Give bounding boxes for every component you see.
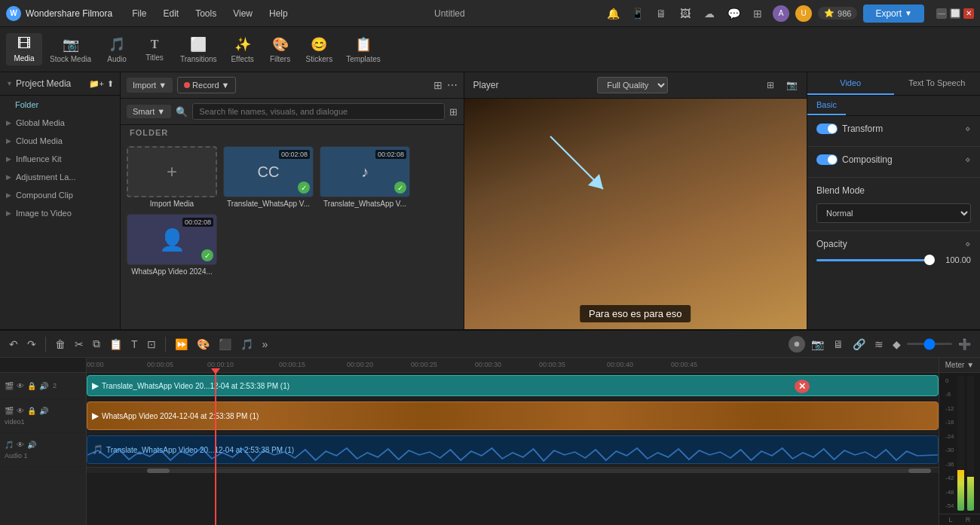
apps-icon[interactable]: ⊞	[749, 5, 767, 23]
toolbar-effects[interactable]: ✨ Effects	[225, 33, 261, 66]
screen-rec-button[interactable]: 🖥	[830, 337, 847, 352]
more-icon[interactable]: ⋯	[447, 79, 458, 91]
audio1-vol-icon[interactable]: 🔊	[27, 441, 36, 449]
opacity-expand-icon[interactable]: ⋄	[965, 239, 971, 249]
menu-view[interactable]: View	[225, 5, 260, 22]
gallery-icon[interactable]: 🖼	[676, 5, 694, 23]
delete-button[interactable]: 🗑	[52, 337, 69, 352]
filter-icon[interactable]: ⊞	[433, 79, 443, 91]
maximize-button[interactable]: ⬜	[950, 8, 960, 19]
undo-button[interactable]: ↶	[6, 337, 21, 352]
zoom-out-button[interactable]: ➕	[955, 337, 974, 352]
compositing-toggle[interactable]	[816, 154, 838, 165]
folder-item[interactable]: Folder	[0, 96, 120, 114]
split-button[interactable]: ✂	[72, 337, 87, 352]
audio-label: Audio	[107, 55, 127, 63]
snap-button[interactable]: 🔗	[850, 337, 868, 352]
delete-clip-button[interactable]: ✕	[795, 380, 810, 393]
menu-tools[interactable]: Tools	[188, 5, 224, 22]
media-item-1[interactable]: CC 00:02:08 ✓ Translate_WhatsApp V...	[223, 146, 314, 208]
toolbar-media[interactable]: 🎞 Media	[6, 33, 42, 66]
tab-text-to-speech[interactable]: Text To Speech	[894, 72, 981, 95]
toolbar-filters[interactable]: 🎨 Filters	[262, 33, 299, 66]
redo-button[interactable]: ↷	[24, 337, 39, 352]
scroll-left-thumb	[147, 469, 170, 473]
grid-icon[interactable]: ⊞	[449, 106, 458, 118]
toolbar-audio[interactable]: 🎵 Audio	[99, 33, 135, 66]
menu-help[interactable]: Help	[262, 5, 296, 22]
speed-button[interactable]: ⏩	[172, 337, 191, 352]
video1-eye-icon[interactable]: 👁	[17, 407, 24, 415]
export-button[interactable]: Export ▼	[863, 5, 924, 23]
tab-video[interactable]: Video	[807, 72, 894, 95]
close-button[interactable]: ✕	[963, 8, 974, 19]
chat-icon[interactable]: 💬	[724, 5, 743, 23]
media-item-3[interactable]: 👤 00:02:08 ✓ WhatsApp Video 2024...	[127, 214, 217, 276]
compound-clip-item[interactable]: ▶ Compound Clip	[0, 186, 120, 204]
meter-dropdown-icon[interactable]: ▼	[966, 361, 974, 369]
toolbar-stock-media[interactable]: 📷 Stock Media	[44, 33, 97, 66]
subtab-basic[interactable]: Basic	[807, 96, 846, 115]
meter-header: Meter ▼	[939, 358, 980, 373]
toolbar-stickers[interactable]: 😊 Stickers	[300, 33, 339, 66]
layout-icon[interactable]: ⊞	[767, 80, 774, 90]
global-media-item[interactable]: ▶ Global Media	[0, 114, 120, 132]
ruler-20: 00:00:20	[347, 361, 373, 368]
toolbar-transitions[interactable]: ⬜ Transitions	[174, 33, 223, 66]
smart-button[interactable]: Smart ▼	[127, 105, 171, 118]
import-media-item[interactable]: + Import Media	[127, 146, 217, 208]
image-to-video-item[interactable]: ▶ Image to Video	[0, 204, 120, 222]
video2-vol-icon[interactable]: 🔊	[39, 382, 48, 390]
media-item-2[interactable]: ♪ 00:02:08 ✓ Translate_WhatsApp V...	[320, 146, 410, 208]
video2-eye-icon[interactable]: 👁	[17, 382, 24, 390]
opacity-slider[interactable]	[816, 259, 935, 261]
import-media-label: Import Media	[127, 200, 217, 208]
transform-expand-icon[interactable]: ⋄	[965, 124, 971, 134]
stabilize-button[interactable]: ⬛	[216, 337, 234, 352]
paste-button[interactable]: 📋	[106, 337, 125, 352]
minimize-button[interactable]: —	[936, 8, 947, 19]
video2-lock-icon[interactable]: 🔒	[27, 382, 36, 390]
video1-vol-icon[interactable]: 🔊	[39, 407, 48, 415]
quality-select[interactable]: Full Quality	[597, 77, 668, 93]
import-folder-button[interactable]: ⬆	[107, 79, 114, 89]
copy-button[interactable]: ⧉	[90, 336, 103, 352]
audio1-eye-icon[interactable]: 👁	[17, 441, 24, 449]
more-tl-button[interactable]: »	[259, 337, 271, 352]
screenshot-icon[interactable]: 📷	[786, 80, 798, 90]
toolbar-titles[interactable]: T Titles	[136, 35, 173, 65]
blend-mode-select[interactable]: Normal Dissolve Multiply Screen Overlay	[816, 203, 971, 223]
meter-l-label: L	[949, 516, 953, 523]
opacity-slider-wrap: 100.00	[816, 255, 971, 264]
search-input[interactable]	[192, 103, 444, 120]
color-button[interactable]: 🎨	[194, 337, 213, 352]
keyframe-button[interactable]: ◆	[890, 337, 904, 352]
crop-button[interactable]: ⊡	[144, 337, 159, 352]
transform-toggle[interactable]	[816, 124, 838, 134]
cloud-media-item[interactable]: ▶ Cloud Media	[0, 132, 120, 150]
cloud-icon[interactable]: ☁	[700, 5, 718, 23]
import-media-thumb[interactable]: +	[127, 146, 217, 197]
mobile-icon[interactable]: 📱	[628, 5, 646, 23]
add-folder-button[interactable]: 📁+	[89, 79, 104, 89]
toolbar-templates[interactable]: 📋 Templates	[340, 33, 387, 66]
import-button[interactable]: Import ▼	[127, 78, 173, 93]
menu-file[interactable]: File	[124, 5, 154, 22]
record-tl-button[interactable]: ⏺	[789, 336, 805, 353]
smart-label: Smart	[133, 107, 155, 116]
ripple-button[interactable]: ≋	[871, 337, 887, 352]
zoom-slider[interactable]	[907, 343, 952, 345]
influence-kit-item[interactable]: ▶ Influence Kit	[0, 150, 120, 168]
text-button[interactable]: T	[128, 337, 141, 352]
audio-button[interactable]: 🎵	[237, 337, 256, 352]
record-button[interactable]: Record ▼	[177, 77, 236, 93]
adjustment-layer-item[interactable]: ▶ Adjustment La...	[0, 168, 120, 186]
menu-edit[interactable]: Edit	[156, 5, 187, 22]
avatar-orange[interactable]: U	[795, 5, 812, 22]
screen-icon[interactable]: 🖥	[652, 5, 670, 23]
cam-button[interactable]: 📷	[808, 337, 827, 352]
avatar-purple[interactable]: A	[773, 5, 789, 22]
compositing-expand-icon[interactable]: ⋄	[965, 154, 971, 165]
notification-icon[interactable]: 🔔	[604, 5, 622, 23]
video1-lock-icon[interactable]: 🔒	[27, 407, 36, 415]
